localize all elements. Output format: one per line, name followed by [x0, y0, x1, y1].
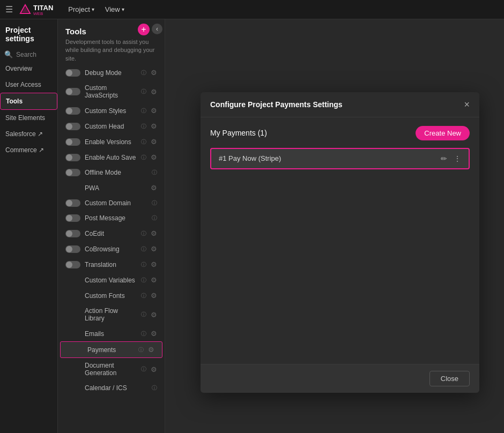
toggle-debug-mode[interactable]: [65, 69, 80, 77]
tool-debug-mode[interactable]: Debug Mode ⓘ ⚙: [58, 65, 165, 80]
tools-description: Development tools to assist you while bu…: [65, 38, 157, 63]
info-icon[interactable]: ⓘ: [141, 311, 146, 318]
toggle-cobrowsing[interactable]: [65, 245, 80, 253]
nav-project[interactable]: Project ▾: [64, 3, 98, 16]
sidebar-item-commerce[interactable]: Commerce ↗: [0, 142, 57, 158]
gear-icon[interactable]: ⚙: [151, 138, 157, 146]
toggle-enable-versions[interactable]: [65, 138, 80, 146]
create-new-button[interactable]: Create New: [416, 126, 470, 140]
toggle-custom-styles[interactable]: [65, 107, 80, 115]
tool-label: Translation: [85, 261, 137, 268]
info-icon[interactable]: ⓘ: [141, 69, 146, 77]
tool-label: Post Message: [85, 214, 147, 222]
toggle-translation[interactable]: [65, 261, 80, 268]
toggle-offline-mode[interactable]: [65, 169, 80, 176]
toggle-custom-head[interactable]: [65, 123, 80, 130]
gear-icon[interactable]: ⚙: [151, 153, 157, 161]
info-icon[interactable]: ⓘ: [152, 169, 157, 176]
tool-emails[interactable]: Emails ⓘ ⚙: [58, 326, 165, 341]
tool-offline-mode[interactable]: Offline Mode ⓘ: [58, 165, 165, 180]
tool-label: Calendar / ICS: [85, 384, 147, 392]
gear-icon[interactable]: ⚙: [151, 292, 157, 300]
modal-close-footer-button[interactable]: Close: [429, 371, 470, 386]
tool-translation[interactable]: Translation ⓘ ⚙: [58, 257, 165, 272]
gear-icon[interactable]: ⚙: [151, 88, 157, 96]
tool-custom-domain[interactable]: Custom Domain ⓘ: [58, 196, 165, 211]
tool-action-flow-library[interactable]: Action Flow Library ⓘ ⚙: [58, 303, 165, 326]
sidebar-item-salesforce[interactable]: Salesforce ↗: [0, 126, 57, 142]
gear-icon[interactable]: ⚙: [151, 69, 157, 77]
nav-view[interactable]: View ▾: [101, 3, 129, 16]
tool-custom-fonts[interactable]: Custom Fonts ⓘ ⚙: [58, 288, 165, 303]
toggle-post-message[interactable]: [65, 214, 80, 222]
tool-post-message[interactable]: Post Message ⓘ: [58, 211, 165, 226]
tool-label: Enable Auto Save: [85, 154, 137, 161]
info-icon[interactable]: ⓘ: [141, 245, 146, 253]
info-icon[interactable]: ⓘ: [141, 154, 146, 161]
tool-enable-versions[interactable]: Enable Versions ⓘ ⚙: [58, 134, 165, 150]
gear-icon[interactable]: ⚙: [151, 330, 157, 338]
tool-custom-variables[interactable]: Custom Variables ⓘ ⚙: [58, 272, 165, 288]
tool-custom-head[interactable]: Custom Head ⓘ ⚙: [58, 118, 165, 134]
edit-icon[interactable]: ✏: [441, 154, 447, 163]
toggle-custom-domain[interactable]: [65, 199, 80, 207]
info-icon[interactable]: ⓘ: [141, 138, 146, 146]
gear-icon[interactable]: ⚙: [151, 184, 157, 192]
info-icon[interactable]: ⓘ: [141, 292, 146, 300]
info-icon[interactable]: ⓘ: [152, 384, 157, 392]
modal-title: Configure Project Payments Settings: [210, 100, 343, 109]
tool-coedit[interactable]: CoEdit ⓘ ⚙: [58, 226, 165, 241]
gear-icon[interactable]: ⚙: [151, 311, 157, 319]
info-icon[interactable]: ⓘ: [141, 330, 146, 338]
gear-icon[interactable]: ⚙: [151, 229, 157, 237]
chevron-down-icon: ▾: [92, 6, 94, 12]
tool-label: Action Flow Library: [85, 307, 137, 322]
info-icon[interactable]: ⓘ: [141, 277, 146, 284]
toggle-coedit[interactable]: [65, 230, 80, 237]
more-options-icon[interactable]: ⋮: [454, 154, 461, 163]
hamburger-menu[interactable]: ☰: [5, 4, 13, 14]
tool-label: Custom Variables: [85, 277, 137, 284]
tool-custom-styles[interactable]: Custom Styles ⓘ ⚙: [58, 103, 165, 118]
sidebar-item-tools[interactable]: Tools: [0, 93, 57, 110]
gear-icon[interactable]: ⚙: [151, 276, 157, 284]
gear-icon[interactable]: ⚙: [151, 365, 157, 374]
info-icon[interactable]: ⓘ: [141, 107, 146, 115]
search-bar[interactable]: 🔍 Search: [0, 48, 57, 61]
info-icon[interactable]: ⓘ: [141, 88, 146, 95]
info-icon[interactable]: ⓘ: [141, 123, 146, 130]
project-sidebar: Project settings 🔍 Search Overview User …: [0, 19, 58, 433]
gear-icon[interactable]: ⚙: [151, 245, 157, 253]
sidebar-item-overview[interactable]: Overview: [0, 61, 57, 77]
info-icon[interactable]: ⓘ: [152, 199, 157, 207]
sidebar-item-user-access[interactable]: User Access: [0, 77, 57, 93]
info-icon[interactable]: ⓘ: [141, 365, 146, 373]
modal-close-button[interactable]: ×: [464, 100, 470, 109]
tool-document-generation[interactable]: Document Generation ⓘ ⚙: [58, 358, 165, 380]
info-icon[interactable]: ⓘ: [138, 346, 144, 354]
tool-label: Custom JavaScripts: [85, 84, 137, 99]
gear-icon[interactable]: ⚙: [148, 346, 154, 354]
toggle-custom-js[interactable]: [65, 88, 80, 95]
tool-enable-auto-save[interactable]: Enable Auto Save ⓘ ⚙: [58, 150, 165, 165]
tool-label: Emails: [85, 330, 137, 338]
toggle-auto-save[interactable]: [65, 154, 80, 161]
logo-text-group: TITAN WEB: [33, 3, 53, 16]
tool-cobrowsing[interactable]: CoBrowsing ⓘ ⚙: [58, 241, 165, 257]
collapse-button[interactable]: ‹: [152, 24, 162, 34]
info-icon[interactable]: ⓘ: [152, 214, 157, 222]
info-icon[interactable]: ⓘ: [141, 261, 146, 268]
tool-pwa[interactable]: PWA ⚙: [58, 180, 165, 196]
info-icon[interactable]: ⓘ: [141, 230, 146, 237]
sidebar-item-site-elements[interactable]: Site Elements: [0, 110, 57, 126]
logo-subtitle: WEB: [33, 11, 53, 16]
add-button[interactable]: +: [138, 24, 150, 35]
tool-calendar-ics[interactable]: Calendar / ICS ⓘ: [58, 380, 165, 395]
gear-icon[interactable]: ⚙: [151, 107, 157, 115]
gear-icon[interactable]: ⚙: [151, 122, 157, 130]
gear-icon[interactable]: ⚙: [151, 260, 157, 268]
project-settings-title: Project settings: [0, 19, 57, 48]
tool-label: Payments: [87, 346, 134, 354]
tool-custom-javascripts[interactable]: Custom JavaScripts ⓘ ⚙: [58, 80, 165, 103]
tool-payments[interactable]: Payments ⓘ ⚙: [60, 341, 162, 358]
